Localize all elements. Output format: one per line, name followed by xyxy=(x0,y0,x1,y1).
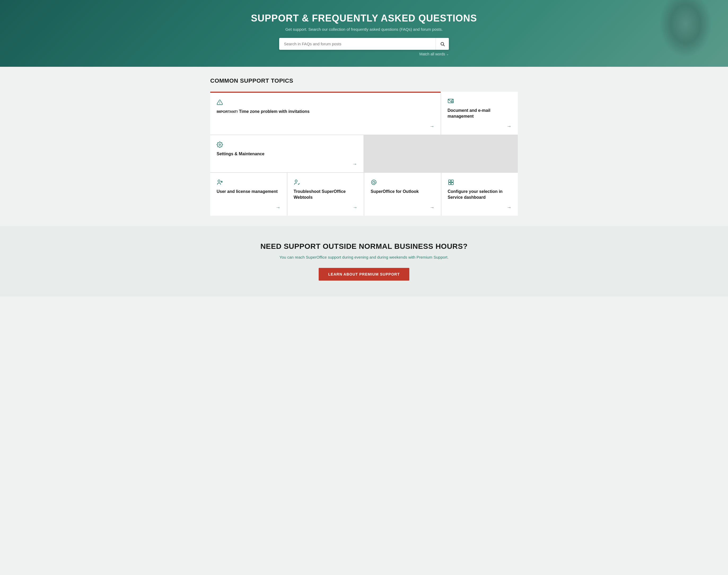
topic-arrow-user-license: → xyxy=(276,205,280,210)
email-settings-icon xyxy=(448,98,454,104)
hero-subtitle: Get support. Search our collection of fr… xyxy=(5,27,723,32)
topic-icon-gear xyxy=(217,141,357,148)
topics-top-row: IMPORTANT! Time zone problem with invita… xyxy=(210,92,518,172)
topic-title-service-dashboard: Configure your selection in Service dash… xyxy=(448,189,512,201)
topic-title-webtools: Troubleshoot SuperOffice Webtools xyxy=(294,189,358,201)
match-words-button[interactable]: Match all words ⌄ xyxy=(420,52,449,56)
topics-bottom-row: User and license management → Troublesho… xyxy=(210,173,518,216)
svg-point-5 xyxy=(452,101,453,103)
svg-point-8 xyxy=(218,180,220,182)
topic-card-service-dashboard[interactable]: Configure your selection in Service dash… xyxy=(441,173,518,216)
topic-icon-user-settings xyxy=(217,179,280,185)
main-content: COMMON SUPPORT TOPICS IMPORTANT! Time zo… xyxy=(205,67,523,226)
topic-icon-dashboard xyxy=(448,179,512,185)
topic-arrow-webtools: → xyxy=(353,205,357,210)
warning-icon xyxy=(217,99,223,105)
match-words-row: Match all words ⌄ xyxy=(279,52,449,56)
section-title: COMMON SUPPORT TOPICS xyxy=(210,77,518,84)
svg-rect-15 xyxy=(451,182,453,185)
topic-card-document-email[interactable]: Document and e-mail management → xyxy=(441,92,518,135)
svg-rect-14 xyxy=(449,182,451,185)
topic-arrow-service-dashboard: → xyxy=(507,205,511,210)
search-input[interactable] xyxy=(279,38,449,50)
topic-icon-email-settings xyxy=(448,98,511,104)
search-container xyxy=(279,38,449,50)
user-settings-icon xyxy=(217,179,223,185)
topic-title-timezone: IMPORTANT! Time zone problem with invita… xyxy=(217,109,434,120)
svg-line-6 xyxy=(453,103,454,103)
svg-rect-12 xyxy=(449,180,451,182)
topic-card-timezone[interactable]: IMPORTANT! Time zone problem with invita… xyxy=(210,92,441,135)
bottom-section: NEED SUPPORT OUTSIDE NORMAL BUSINESS HOU… xyxy=(0,226,728,297)
topic-title-outlook: SuperOffice for Outlook xyxy=(371,189,434,201)
search-button[interactable] xyxy=(436,38,449,50)
topic-icon-warning xyxy=(217,99,434,105)
dashboard-icon xyxy=(448,179,454,185)
important-label: IMPORTANT! xyxy=(217,110,239,114)
user-tools-icon xyxy=(294,179,300,185)
topic-card-webtools[interactable]: Troubleshoot SuperOffice Webtools → xyxy=(287,173,364,216)
hero-title: SUPPORT & FREQUENTLY ASKED QUESTIONS xyxy=(5,13,723,24)
topic-card-user-license[interactable]: User and license management → xyxy=(210,173,287,216)
at-sign-icon xyxy=(371,179,377,185)
svg-point-10 xyxy=(295,180,297,182)
topic-arrow-outlook: → xyxy=(430,205,434,210)
svg-point-11 xyxy=(373,181,375,183)
topic-arrow-timezone: → xyxy=(429,124,434,129)
search-icon xyxy=(440,42,445,46)
hero-section: SUPPORT & FREQUENTLY ASKED QUESTIONS Get… xyxy=(0,0,728,67)
premium-support-button[interactable]: LEARN ABOUT PREMIUM SUPPORT xyxy=(319,268,409,281)
topic-title-user-license: User and license management xyxy=(217,189,280,201)
topic-card-outlook[interactable]: SuperOffice for Outlook → xyxy=(364,173,441,216)
topics-grid: IMPORTANT! Time zone problem with invita… xyxy=(210,92,518,216)
topic-card-settings-maintenance[interactable]: Settings & Maintenance → xyxy=(210,135,363,172)
topic-icon-at-sign xyxy=(371,179,434,185)
svg-rect-13 xyxy=(451,180,453,182)
topic-title-document-email: Document and e-mail management xyxy=(448,108,511,120)
bottom-title: NEED SUPPORT OUTSIDE NORMAL BUSINESS HOU… xyxy=(5,242,723,251)
chevron-down-icon: ⌄ xyxy=(446,52,449,56)
topic-title-settings-maintenance: Settings & Maintenance xyxy=(217,151,357,157)
search-bar-wrapper xyxy=(5,38,723,50)
topic-icon-user-tools xyxy=(294,179,358,185)
topic-arrow-document-email: → xyxy=(507,124,511,129)
bottom-subtitle: You can reach SuperOffice support during… xyxy=(5,255,723,260)
svg-line-1 xyxy=(443,45,444,46)
topic-arrow-settings-maintenance: → xyxy=(352,161,357,167)
gear-icon xyxy=(217,141,223,148)
match-words-label: Match all words xyxy=(420,52,445,56)
svg-point-7 xyxy=(219,144,221,145)
